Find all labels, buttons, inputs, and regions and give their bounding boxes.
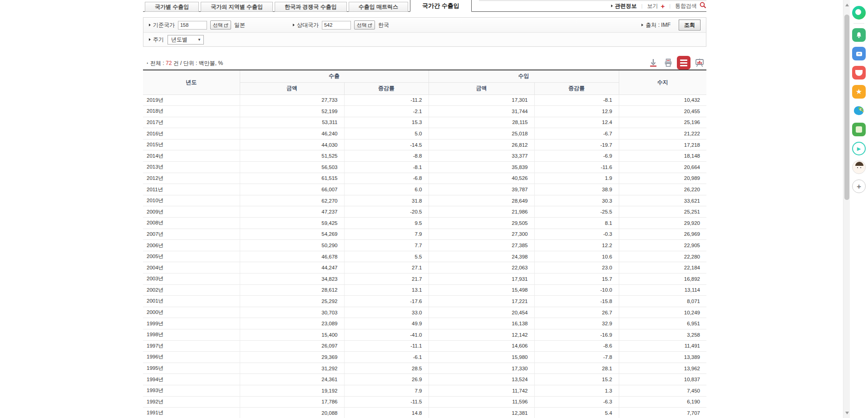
value-cell: -11.5 [344,396,429,408]
year-cell: 1991년 [143,408,240,418]
logo-circle-icon[interactable] [852,6,866,20]
blue-card-icon[interactable] [852,47,866,60]
value-cell: 47,237 [240,206,344,218]
value-cell: -8.6 [534,340,619,352]
year-cell: 1993년 [143,385,240,396]
orange-star-icon[interactable]: ★ [852,85,866,99]
value-cell: 61,515 [240,173,344,184]
scroll-down-icon[interactable] [845,412,849,414]
value-cell: -6.9 [534,150,619,162]
value-cell: 24,361 [240,374,344,385]
table-row: 2018년52,199-2.131,74412.920,455 [143,106,706,117]
download-icon[interactable] [647,57,659,69]
value-cell: 19,192 [240,385,344,396]
related-info-link[interactable]: 관련정보 [615,2,637,10]
year-cell: 2004년 [143,262,240,274]
value-cell: 12.4 [534,117,619,128]
view-link[interactable]: 보기 [647,2,658,10]
value-cell: 40,526 [429,173,534,184]
value-cell: 20,454 [429,307,534,318]
value-cell: -6.3 [534,396,619,408]
value-cell: 20,989 [619,173,706,184]
value-cell: 51,525 [240,150,344,162]
scroll-up-icon[interactable] [845,4,849,6]
plus-icon[interactable]: + [661,2,665,10]
value-cell: 17,221 [429,296,534,307]
value-cell: 17,931 [429,274,534,285]
value-cell: -7.8 [534,352,619,363]
value-cell: 27.1 [344,262,429,274]
add-plus-icon[interactable]: + [852,179,866,193]
value-cell: 44,247 [240,262,344,274]
value-cell: 53,311 [240,117,344,128]
search-icon[interactable] [700,2,706,10]
col-export-amount: 금액 [240,82,344,95]
divider [853,23,864,24]
base-country-select-button[interactable]: 선택 [210,20,231,30]
table-row: 2015년44,030-14.526,812-19.717,218 [143,139,706,150]
year-cell: 2001년 [143,296,240,307]
external-link-icon [224,23,228,27]
year-cell: 2013년 [143,162,240,173]
scrollbar-thumb[interactable] [844,15,849,200]
integrated-search-link[interactable]: 통합검색 [675,2,697,10]
value-cell: 21.7 [344,274,429,285]
value-cell: 7,450 [619,385,706,396]
value-cell: 22,905 [619,240,706,251]
period-select[interactable]: 년도별 ▼ [168,35,204,45]
year-cell: 2010년 [143,195,240,206]
value-cell: 34,823 [240,274,344,285]
value-cell: 17,301 [429,95,534,106]
year-cell: 1999년 [143,318,240,329]
year-cell: 2012년 [143,173,240,184]
table-row: 2010년62,27031.828,64930.333,621 [143,195,706,206]
tab-country-trade[interactable]: 국가별 수출입 [145,2,199,12]
list-view-icon[interactable] [677,56,690,70]
query-button[interactable]: 조회 [679,20,700,30]
table-row: 2012년61,515-6.840,5261.920,989 [143,173,706,184]
value-cell: 22,063 [429,262,534,274]
tab-intercountry-trade[interactable]: 국가간 수출입 [410,0,472,12]
col-import-change: 증감률 [534,82,619,95]
notification-bell-icon[interactable] [852,28,866,42]
value-cell: 11,491 [619,340,706,352]
vertical-scrollbar[interactable] [843,0,850,418]
year-cell: 2003년 [143,274,240,285]
value-cell: 26,220 [619,184,706,195]
value-cell: 17,786 [240,396,344,408]
value-cell: 33,377 [429,150,534,162]
value-cell: 22,280 [619,251,706,262]
table-row: 2007년54,2697.927,300-0.326,969 [143,229,706,240]
bar-chart-icon[interactable] [693,57,705,69]
value-cell: 27,300 [429,229,534,240]
table-row: 1991년20,08814.812,3815.47,707 [143,408,706,418]
bird-mascot-icon[interactable] [852,104,866,117]
tab-korea-competitor-trade[interactable]: 한국과 경쟁국 수출입 [275,2,347,12]
play-circle-icon[interactable]: ▶ [852,142,866,155]
tab-trade-matrix[interactable]: 수출입 매트릭스 [349,2,408,12]
avatar-character-icon[interactable] [852,160,866,174]
value-cell: 15,498 [429,284,534,296]
value-cell: 8.1 [534,218,619,229]
tab-country-region-trade[interactable]: 국가의 지역별 수출입 [201,2,273,12]
value-cell: 27,385 [429,240,534,251]
value-cell: 21,222 [619,128,706,139]
year-cell: 2008년 [143,218,240,229]
arrow-bullet-icon [149,24,151,26]
year-cell: 2015년 [143,139,240,150]
year-cell: 2017년 [143,117,240,128]
partner-country-code-input[interactable] [322,21,351,30]
year-cell: 1998년 [143,329,240,340]
base-country-code-input[interactable] [178,21,207,30]
red-pocket-icon[interactable] [852,66,866,80]
table-toolbar [647,56,705,70]
print-icon[interactable] [662,57,674,69]
value-cell: 20,455 [619,106,706,117]
green-note-icon[interactable] [852,123,866,136]
filter-panel: 기준국가 선택 일본 상대국가 선택 한국 출처 : IMF 조회 [143,17,706,47]
col-export-group: 수출 [240,70,429,82]
value-cell: -11.1 [344,340,429,352]
value-cell: 50,290 [240,240,344,251]
partner-country-select-button[interactable]: 선택 [354,20,375,30]
utility-links: 관련정보 | 보기 + | 통합검색 [479,0,706,11]
